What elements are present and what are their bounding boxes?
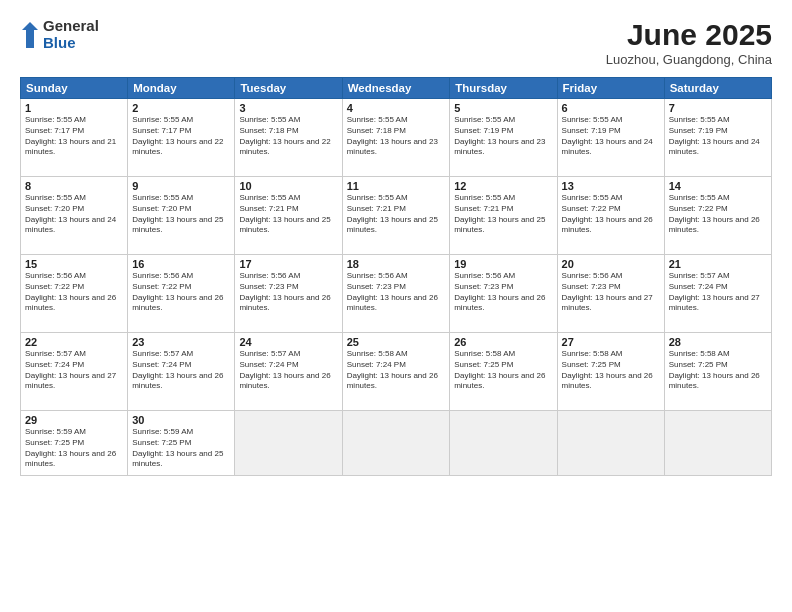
empty-cell	[342, 411, 450, 476]
table-row: 22Sunrise: 5:57 AMSunset: 7:24 PMDayligh…	[21, 333, 128, 411]
table-row: 15Sunrise: 5:56 AMSunset: 7:22 PMDayligh…	[21, 255, 128, 333]
table-row: 20Sunrise: 5:56 AMSunset: 7:23 PMDayligh…	[557, 255, 664, 333]
table-row: 4Sunrise: 5:55 AMSunset: 7:18 PMDaylight…	[342, 99, 450, 177]
calendar-header-row: Sunday Monday Tuesday Wednesday Thursday…	[21, 78, 772, 99]
month-title: June 2025	[606, 18, 772, 52]
col-saturday: Saturday	[664, 78, 771, 99]
table-row: 28Sunrise: 5:58 AMSunset: 7:25 PMDayligh…	[664, 333, 771, 411]
logo-general: General	[43, 18, 99, 35]
table-row: 17Sunrise: 5:56 AMSunset: 7:23 PMDayligh…	[235, 255, 342, 333]
table-row: 5Sunrise: 5:55 AMSunset: 7:19 PMDaylight…	[450, 99, 557, 177]
logo-icon	[20, 20, 40, 50]
location: Luozhou, Guangdong, China	[606, 52, 772, 67]
col-wednesday: Wednesday	[342, 78, 450, 99]
table-row: 13Sunrise: 5:55 AMSunset: 7:22 PMDayligh…	[557, 177, 664, 255]
page-header: General Blue June 2025 Luozhou, Guangdon…	[20, 18, 772, 67]
empty-cell	[450, 411, 557, 476]
table-row: 25Sunrise: 5:58 AMSunset: 7:24 PMDayligh…	[342, 333, 450, 411]
logo: General Blue	[20, 18, 99, 51]
col-friday: Friday	[557, 78, 664, 99]
empty-cell	[557, 411, 664, 476]
table-row: 2Sunrise: 5:55 AMSunset: 7:17 PMDaylight…	[128, 99, 235, 177]
table-row: 1Sunrise: 5:55 AMSunset: 7:17 PMDaylight…	[21, 99, 128, 177]
table-row: 3Sunrise: 5:55 AMSunset: 7:18 PMDaylight…	[235, 99, 342, 177]
table-row: 18Sunrise: 5:56 AMSunset: 7:23 PMDayligh…	[342, 255, 450, 333]
logo-blue: Blue	[43, 35, 99, 52]
table-row: 11Sunrise: 5:55 AMSunset: 7:21 PMDayligh…	[342, 177, 450, 255]
col-monday: Monday	[128, 78, 235, 99]
table-row: 8Sunrise: 5:55 AMSunset: 7:20 PMDaylight…	[21, 177, 128, 255]
table-row: 19Sunrise: 5:56 AMSunset: 7:23 PMDayligh…	[450, 255, 557, 333]
col-tuesday: Tuesday	[235, 78, 342, 99]
col-thursday: Thursday	[450, 78, 557, 99]
table-row: 16Sunrise: 5:56 AMSunset: 7:22 PMDayligh…	[128, 255, 235, 333]
table-row: 14Sunrise: 5:55 AMSunset: 7:22 PMDayligh…	[664, 177, 771, 255]
title-block: June 2025 Luozhou, Guangdong, China	[606, 18, 772, 67]
table-row: 27Sunrise: 5:58 AMSunset: 7:25 PMDayligh…	[557, 333, 664, 411]
table-row: 24Sunrise: 5:57 AMSunset: 7:24 PMDayligh…	[235, 333, 342, 411]
empty-cell	[664, 411, 771, 476]
table-row: 29Sunrise: 5:59 AMSunset: 7:25 PMDayligh…	[21, 411, 128, 476]
table-row: 26Sunrise: 5:58 AMSunset: 7:25 PMDayligh…	[450, 333, 557, 411]
table-row: 30Sunrise: 5:59 AMSunset: 7:25 PMDayligh…	[128, 411, 235, 476]
table-row: 21Sunrise: 5:57 AMSunset: 7:24 PMDayligh…	[664, 255, 771, 333]
table-row: 10Sunrise: 5:55 AMSunset: 7:21 PMDayligh…	[235, 177, 342, 255]
table-row: 12Sunrise: 5:55 AMSunset: 7:21 PMDayligh…	[450, 177, 557, 255]
calendar-table: Sunday Monday Tuesday Wednesday Thursday…	[20, 77, 772, 476]
table-row: 9Sunrise: 5:55 AMSunset: 7:20 PMDaylight…	[128, 177, 235, 255]
svg-marker-0	[22, 22, 38, 48]
empty-cell	[235, 411, 342, 476]
col-sunday: Sunday	[21, 78, 128, 99]
table-row: 23Sunrise: 5:57 AMSunset: 7:24 PMDayligh…	[128, 333, 235, 411]
table-row: 7Sunrise: 5:55 AMSunset: 7:19 PMDaylight…	[664, 99, 771, 177]
table-row: 6Sunrise: 5:55 AMSunset: 7:19 PMDaylight…	[557, 99, 664, 177]
